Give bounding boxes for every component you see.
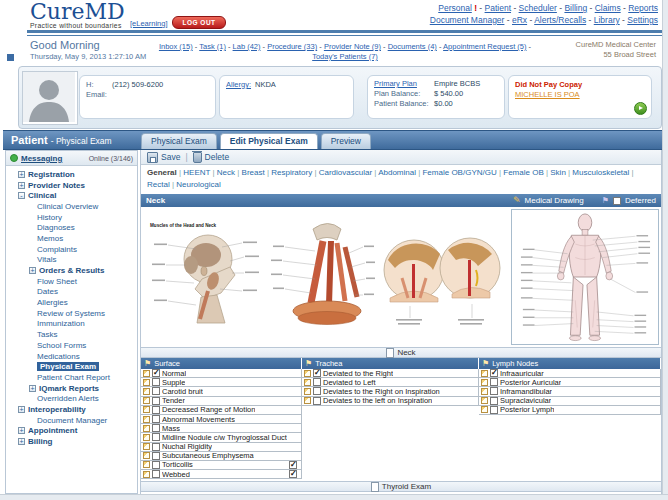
sidebar-item-medications[interactable]: Medications — [6, 351, 137, 362]
sidebar-item-dates[interactable]: Dates — [6, 287, 137, 298]
sidebar-item-complaints[interactable]: Complaints — [6, 244, 137, 255]
sidebar-item-orders-results[interactable]: +Orders & Results — [6, 265, 137, 276]
collapse-icon[interactable]: - — [18, 192, 25, 199]
deferred-checkbox[interactable] — [613, 197, 621, 205]
note-icon[interactable] — [304, 397, 311, 404]
sidebar-item-school-forms[interactable]: School Forms — [6, 340, 137, 351]
expand-icon[interactable]: + — [18, 438, 25, 445]
checkbox-carotid-bruit[interactable] — [152, 387, 160, 395]
note-icon[interactable] — [481, 397, 488, 404]
expand-icon[interactable]: + — [18, 406, 25, 413]
quick-link-lab-42[interactable]: Lab (42) — [233, 42, 261, 51]
sidebar-item-provider-notes[interactable]: +Provider Notes — [6, 180, 137, 191]
expand-icon[interactable]: + — [18, 182, 25, 189]
sidebar-item-iqmark-reports[interactable]: +IQmark Reports — [6, 383, 137, 394]
note-icon[interactable] — [481, 388, 488, 395]
checkbox-deviates-to-the-right-on-inspiration[interactable] — [313, 387, 321, 395]
section-link-abdominal[interactable]: Abdominal — [378, 168, 416, 177]
sidebar-item-billing[interactable]: +Billing — [6, 436, 137, 447]
right-checkbox-webbed[interactable] — [289, 470, 297, 478]
note-icon[interactable] — [143, 471, 150, 478]
note-icon[interactable] — [143, 452, 150, 459]
nav-link-alerts-recalls[interactable]: Alerts/Recalls — [534, 15, 586, 25]
expand-icon[interactable]: + — [18, 171, 25, 178]
sidebar-item-physical-exam[interactable]: Physical Exam — [6, 361, 137, 372]
medical-drawing-icon[interactable]: ✎ — [513, 196, 521, 205]
quick-link-today-s-patients-7[interactable]: Today's Patients (7) — [312, 52, 378, 61]
section-link-cardiovascular[interactable]: Cardiovascular — [319, 168, 372, 177]
section-link-general[interactable]: General — [147, 168, 177, 177]
sidebar-item-clinical[interactable]: -Clinical — [6, 190, 137, 201]
sidebar-item-document-manager[interactable]: Document Manager — [6, 415, 137, 426]
poa-alert-link[interactable]: MICHELLE IS POA — [515, 90, 645, 100]
next-alert-button[interactable] — [634, 102, 647, 115]
sidebar-item-patient-chart-report[interactable]: Patient Chart Report — [6, 372, 137, 383]
tab-physical-exam[interactable]: Physical Exam — [141, 133, 217, 149]
sidebar-item-history[interactable]: History — [6, 212, 137, 223]
expand-icon[interactable]: + — [18, 427, 25, 434]
medical-drawing-link[interactable]: Medical Drawing — [525, 196, 584, 205]
checkbox-deviated-to-left[interactable] — [313, 378, 321, 386]
note-icon[interactable] — [143, 379, 150, 386]
sidebar-item-allergies[interactable]: Allergies — [6, 297, 137, 308]
logout-button[interactable]: LOG OUT — [172, 16, 226, 29]
note-icon[interactable] — [481, 370, 488, 377]
checkbox-decreased-range-of-motion[interactable] — [152, 406, 160, 414]
note-icon[interactable] — [143, 416, 150, 423]
checkbox-torticollis[interactable] — [152, 461, 160, 469]
checkbox-subcutaneous-emphysema[interactable] — [152, 452, 160, 460]
checkbox-supraclavicular[interactable] — [490, 397, 498, 405]
sidebar-item-memos[interactable]: Memos — [6, 233, 137, 244]
quick-link-documents-4[interactable]: Documents (4) — [388, 42, 437, 51]
section-link-musculoskeletal[interactable]: Musculoskeletal — [572, 168, 629, 177]
checkbox-inframandibular[interactable] — [490, 387, 498, 395]
checkbox-posterior-auricular[interactable] — [490, 378, 498, 386]
quick-link-provider-note-9[interactable]: Provider Note (9) — [324, 42, 381, 51]
checkbox-infraauricular[interactable] — [490, 369, 498, 377]
messaging-link[interactable]: Messaging — [21, 154, 62, 163]
section-link-rectal[interactable]: Rectal — [147, 180, 170, 189]
expand-icon[interactable]: + — [29, 385, 36, 392]
sidebar-item-interoperability[interactable]: +Interoperability — [6, 404, 137, 415]
tab-edit-physical-exam[interactable]: Edit Physical Exam — [220, 133, 318, 149]
delete-button[interactable]: Delete — [193, 151, 230, 163]
note-icon[interactable] — [143, 388, 150, 395]
allergy-link[interactable]: Allergy: — [226, 80, 251, 90]
sidebar-item-diagnoses[interactable]: Diagnoses — [6, 222, 137, 233]
checkbox-mass[interactable] — [152, 424, 160, 432]
nav-link-personal[interactable]: Personal — [438, 3, 472, 13]
nav-link-reports[interactable]: Reports — [628, 3, 658, 13]
checkbox-webbed[interactable] — [152, 470, 160, 478]
sidebar-item-tasks[interactable]: Tasks — [6, 329, 137, 340]
note-icon[interactable] — [304, 370, 311, 377]
quick-link-inbox-15[interactable]: Inbox (15) — [159, 42, 193, 51]
sidebar-item-overridden-alerts[interactable]: Overridden Alerts — [6, 393, 137, 404]
note-icon[interactable] — [143, 434, 150, 441]
note-icon[interactable] — [481, 379, 488, 386]
nav-link-settings[interactable]: Settings — [627, 15, 658, 25]
checkbox-posterior-lymph[interactable] — [490, 406, 498, 414]
checkbox-deviates-to-the-left-on-inspiration[interactable] — [313, 397, 321, 405]
sidebar-item-immunization[interactable]: Immunization — [6, 319, 137, 330]
quick-link-procedure-33[interactable]: Procedure (33) — [267, 42, 317, 51]
section-link-respiratory[interactable]: Respiratory — [271, 168, 312, 177]
nav-link-patient[interactable]: Patient — [485, 3, 511, 13]
nav-link-claims[interactable]: Claims — [595, 3, 621, 13]
note-icon[interactable] — [143, 397, 150, 404]
sidebar-item-flow-sheet[interactable]: Flow Sheet — [6, 276, 137, 287]
checkbox-abnormal-movements[interactable] — [152, 415, 160, 423]
quick-link-task-1[interactable]: Task (1) — [199, 42, 226, 51]
section-link-neck[interactable]: Neck — [217, 168, 235, 177]
note-icon[interactable] — [481, 406, 488, 413]
quick-link-appointment-request-5[interactable]: Appointment Request (5) — [443, 42, 526, 51]
section-link-female-ob-gyn-gu[interactable]: Female OB/GYN/GU — [422, 168, 496, 177]
nav-link-erx[interactable]: eRx — [512, 15, 527, 25]
elearning-link[interactable]: [eLearning] — [130, 19, 168, 28]
primary-plan-link[interactable]: Primary Plan — [374, 79, 417, 88]
note-icon[interactable] — [143, 443, 150, 450]
note-icon[interactable] — [304, 379, 311, 386]
sidebar-item-appointment[interactable]: +Appointment — [6, 426, 137, 437]
section-link-female-ob[interactable]: Female OB — [503, 168, 543, 177]
expand-icon[interactable]: + — [29, 267, 36, 274]
checkbox-nuchal-rigidity[interactable] — [152, 443, 160, 451]
